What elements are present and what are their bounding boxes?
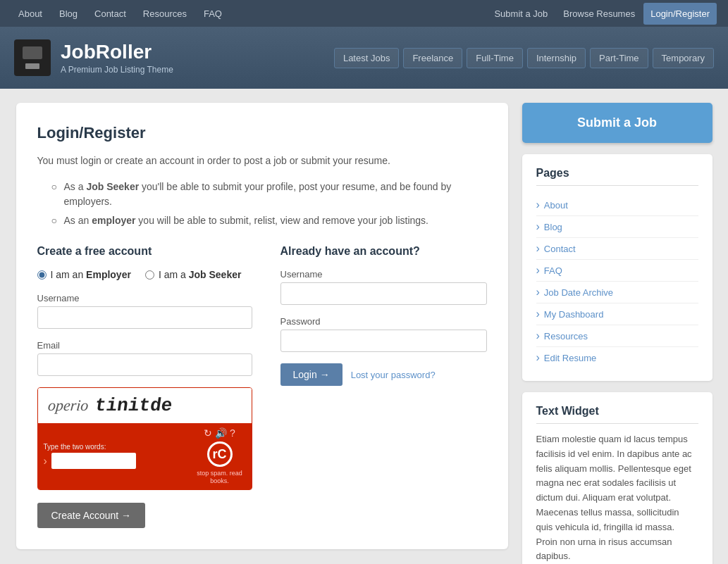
submit-job-button[interactable]: Submit a Job — [522, 103, 712, 143]
username-input[interactable] — [37, 306, 252, 329]
list-item: Contact — [536, 238, 698, 260]
employer-radio-label[interactable]: I am an Employer — [37, 269, 131, 280]
nav-temporary[interactable]: Temporary — [653, 48, 714, 68]
login-button[interactable]: Login → — [280, 363, 343, 386]
logo-subtitle: A Premium Job Listing Theme — [61, 65, 173, 75]
login-column: Already have an account? Username Passwo… — [280, 245, 487, 528]
recaptcha-text: stop spam. read books. — [192, 470, 247, 485]
create-account-button[interactable]: Create Account → — [37, 503, 146, 528]
nav-contact[interactable]: Contact — [87, 3, 133, 25]
pages-link-faq[interactable]: FAQ — [536, 264, 698, 277]
list-item: Blog — [536, 216, 698, 238]
jobseeker-radio[interactable] — [145, 270, 154, 280]
pages-link-blog[interactable]: Blog — [536, 220, 698, 233]
text-widget: Text Widget Etiam molestie quam id lacus… — [522, 392, 712, 564]
nav-about[interactable]: About — [11, 3, 49, 25]
site-header: JobRoller A Premium Job Listing Theme La… — [0, 27, 728, 89]
nav-browse-resumes[interactable]: Browse Resumes — [556, 3, 642, 25]
login-row: Login → Lost your password? — [280, 363, 487, 386]
pages-link-job-date-archive[interactable]: Job Date Archive — [536, 286, 698, 299]
logo-title: JobRoller — [61, 41, 173, 63]
captcha-label: Type the two words: — [44, 443, 136, 451]
nav-full-time[interactable]: Full-Time — [467, 48, 523, 68]
captcha-bottom: Type the two words: › ↻ 🔊 — [38, 423, 252, 489]
pages-link-contact[interactable]: Contact — [536, 242, 698, 255]
content-area: Login/Register You must login or create … — [16, 103, 508, 549]
intro-bullet-1: As a Job Seeker you'll be able to submit… — [51, 180, 487, 209]
nav-part-time[interactable]: Part-Time — [590, 48, 648, 68]
captcha-box: operio tinitde Type the two words: › — [37, 387, 252, 490]
logo-text: JobRoller A Premium Job Listing Theme — [61, 41, 173, 75]
recaptcha-audio-icon[interactable]: 🔊 — [215, 427, 227, 439]
list-item: Resources — [536, 325, 698, 347]
employer-radio[interactable] — [37, 270, 47, 280]
top-nav-left: About Blog Contact Resources FAQ — [11, 3, 229, 25]
list-item: My Dashboard — [536, 303, 698, 325]
nav-resources[interactable]: Resources — [136, 3, 194, 25]
email-label: Email — [37, 340, 252, 351]
intro-bullet-2: As an employer you will be able to submi… — [51, 213, 487, 228]
form-columns: Create a free account I am an Employer I… — [37, 245, 487, 528]
job-category-nav: Latest Jobs Freelance Full-Time Internsh… — [334, 48, 714, 68]
page-title: Login/Register — [37, 124, 487, 142]
logo-icon — [14, 39, 51, 76]
nav-blog[interactable]: Blog — [52, 3, 85, 25]
nav-submit-job[interactable]: Submit a Job — [487, 3, 555, 25]
pages-link-my-dashboard[interactable]: My Dashboard — [536, 308, 698, 320]
jobseeker-radio-label[interactable]: I am a Job Seeker — [145, 269, 242, 280]
captcha-word1: operio — [47, 396, 89, 415]
main-wrapper: Login/Register You must login or create … — [5, 103, 724, 564]
top-navigation: About Blog Contact Resources FAQ Submit … — [0, 0, 728, 27]
list-item: Job Date Archive — [536, 282, 698, 303]
captcha-input-area: Type the two words: › — [38, 423, 188, 489]
intro-text: You must login or create an account in o… — [37, 153, 487, 168]
pages-link-about[interactable]: About — [536, 199, 698, 211]
captcha-word2: tinitde — [94, 395, 173, 416]
login-password-input[interactable] — [280, 330, 487, 352]
jobseeker-radio-text: I am a Job Seeker — [159, 269, 242, 280]
recaptcha-help-icon[interactable]: ? — [230, 427, 235, 439]
pages-widget-title: Pages — [536, 167, 698, 186]
pages-list: About Blog Contact FAQ Job Date Archive … — [536, 194, 698, 368]
captcha-arrow-icon: › — [44, 455, 47, 468]
nav-internship[interactable]: Internship — [527, 48, 586, 68]
email-input[interactable] — [37, 353, 252, 376]
employer-radio-text: I am an Employer — [51, 269, 131, 280]
list-item: About — [536, 194, 698, 216]
login-username-input[interactable] — [280, 282, 487, 305]
lost-password-link[interactable]: Lost your password? — [351, 370, 436, 380]
create-section-title: Create a free account — [37, 245, 252, 258]
sidebar: Submit a Job Pages About Blog Contact FA… — [522, 103, 712, 564]
nav-faq[interactable]: FAQ — [197, 3, 229, 25]
nav-login-register[interactable]: Login/Register — [643, 3, 717, 25]
login-username-label: Username — [280, 269, 487, 280]
captcha-input[interactable] — [51, 453, 136, 469]
captcha-words-area: operio tinitde — [38, 388, 252, 423]
recaptcha-refresh-icon[interactable]: ↻ — [204, 427, 212, 439]
login-password-field-group: Password — [280, 316, 487, 352]
account-type-radio-group: I am an Employer I am a Job Seeker — [37, 269, 252, 280]
text-widget-content: Etiam molestie quam id lacus tempus faci… — [536, 432, 698, 564]
list-item: FAQ — [536, 260, 698, 282]
username-label: Username — [37, 293, 252, 303]
top-nav-right: Submit a Job Browse Resumes Login/Regist… — [487, 3, 717, 25]
list-item: Edit Resume — [536, 347, 698, 368]
login-username-field-group: Username — [280, 269, 487, 305]
text-widget-title: Text Widget — [536, 405, 698, 424]
username-field-group: Username — [37, 293, 252, 329]
recaptcha-panel: ↻ 🔊 ? rC stop spam. read books. — [188, 423, 252, 489]
pages-link-edit-resume[interactable]: Edit Resume — [536, 351, 698, 364]
intro-list: As a Job Seeker you'll be able to submit… — [37, 180, 487, 228]
recaptcha-icons: ↻ 🔊 ? — [204, 427, 235, 439]
nav-freelance[interactable]: Freelance — [403, 48, 462, 68]
create-account-column: Create a free account I am an Employer I… — [37, 245, 252, 528]
pages-widget: Pages About Blog Contact FAQ Job Date Ar… — [522, 154, 712, 381]
already-have-account-title: Already have an account? — [280, 245, 487, 258]
recaptcha-logo: rC — [207, 441, 233, 467]
pages-link-resources[interactable]: Resources — [536, 330, 698, 342]
login-password-label: Password — [280, 316, 487, 327]
nav-latest-jobs[interactable]: Latest Jobs — [334, 48, 400, 68]
logo-area: JobRoller A Premium Job Listing Theme — [14, 39, 173, 76]
email-field-group: Email — [37, 340, 252, 376]
